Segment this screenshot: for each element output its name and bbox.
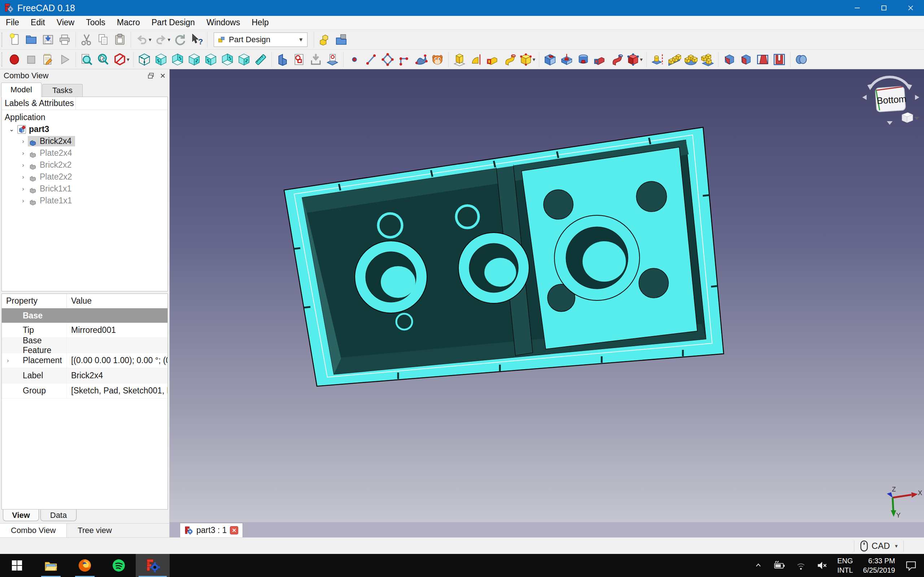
boolean-operation-button[interactable]: [793, 51, 809, 68]
collapse-chevron-icon[interactable]: ›: [18, 138, 28, 145]
nav-cube-face[interactable]: Bottom: [875, 86, 908, 112]
close-panel-icon[interactable]: [160, 73, 166, 79]
expand-chevron-icon[interactable]: ⌄: [7, 126, 16, 133]
pan-down-icon[interactable]: [887, 121, 893, 125]
tree-item-body[interactable]: › Brick2x4: [2, 135, 168, 147]
volume-muted-icon[interactable]: [816, 561, 827, 571]
view-left-button[interactable]: [236, 51, 252, 68]
subtractive-loft-button[interactable]: [608, 51, 625, 68]
pan-left-icon[interactable]: [862, 95, 867, 100]
macro-play-button[interactable]: [56, 51, 73, 68]
hole-button[interactable]: [558, 51, 575, 68]
value-column-header[interactable]: Value: [67, 294, 168, 308]
tree-item-body[interactable]: › Plate2x4: [2, 147, 168, 159]
property-row[interactable]: › Placement [(0.00 0.00 1.00); 0.00 °; (…: [2, 353, 168, 368]
nav-menu-caret-icon[interactable]: [914, 117, 919, 120]
tree-item-body[interactable]: › Brick2x2: [2, 159, 168, 171]
new-document-button[interactable]: [6, 31, 23, 48]
print-button[interactable]: [56, 31, 73, 48]
tree-root-application[interactable]: Application: [2, 111, 168, 123]
view-front-button[interactable]: [153, 51, 169, 68]
undo-dropdown-caret[interactable]: ▾: [149, 36, 152, 43]
menu-help[interactable]: Help: [246, 16, 274, 29]
start-button[interactable]: [0, 554, 34, 577]
action-center-icon[interactable]: [905, 560, 917, 571]
property-value[interactable]: Mirrored001: [67, 325, 168, 335]
thickness-button[interactable]: [771, 51, 788, 68]
maximize-button[interactable]: [871, 0, 897, 16]
pad-button[interactable]: [451, 51, 468, 68]
draw-style-button[interactable]: [111, 51, 128, 68]
fillet-button[interactable]: [721, 51, 738, 68]
navigation-style-selector[interactable]: CAD ▾: [860, 540, 898, 552]
groove-button[interactable]: [575, 51, 591, 68]
create-body-button[interactable]: [274, 51, 291, 68]
tab-tasks[interactable]: Tasks: [42, 84, 82, 97]
whats-this-button[interactable]: ?: [188, 31, 205, 48]
nav-cube-menu[interactable]: [902, 113, 919, 122]
draft-button[interactable]: [754, 51, 771, 68]
copy-button[interactable]: [95, 31, 111, 48]
save-button[interactable]: [40, 31, 56, 48]
cut-button[interactable]: [78, 31, 95, 48]
property-row[interactable]: Label Brick2x4: [2, 368, 168, 384]
redo-button[interactable]: [153, 31, 169, 48]
tree-item-body[interactable]: › Plate2x2: [2, 171, 168, 183]
property-value[interactable]: [Sketch, Pad, Sketch001, Pad...: [67, 386, 168, 396]
create-group-button[interactable]: [333, 31, 350, 48]
refresh-button[interactable]: [171, 31, 188, 48]
menu-macro[interactable]: Macro: [111, 16, 146, 29]
view-bottom-button[interactable]: [219, 51, 236, 68]
chamfer-button[interactable]: [738, 51, 754, 68]
property-row[interactable]: Base Feature: [2, 338, 168, 353]
navigation-cube[interactable]: Bottom: [859, 71, 922, 133]
property-value[interactable]: Brick2x4: [67, 371, 168, 380]
property-row[interactable]: Group [Sketch, Pad, Sketch001, Pad...: [2, 384, 168, 398]
clock[interactable]: 6:33 PM 6/25/2019: [863, 556, 895, 575]
collapse-chevron-icon[interactable]: ›: [18, 174, 28, 181]
workbench-selector[interactable]: Part Design ▼: [214, 32, 307, 47]
create-sketch-button[interactable]: [291, 51, 307, 68]
lego-brick-model[interactable]: [170, 69, 924, 522]
undo-button[interactable]: [134, 31, 150, 48]
additive-primitive-dropdown-caret[interactable]: ▾: [533, 56, 536, 63]
macro-edit-button[interactable]: [40, 51, 56, 68]
open-document-button[interactable]: [23, 31, 40, 48]
mirrored-button[interactable]: [649, 51, 666, 68]
draw-style-dropdown-caret[interactable]: ▾: [127, 56, 129, 63]
view-rear-button[interactable]: [202, 51, 219, 68]
property-column-header[interactable]: Property: [2, 294, 67, 308]
polar-pattern-button[interactable]: [683, 51, 699, 68]
fit-all-button[interactable]: [78, 51, 95, 68]
collapse-chevron-icon[interactable]: ›: [18, 150, 28, 157]
subtractive-pipe-button[interactable]: [591, 51, 608, 68]
sketcher-polygon-button[interactable]: [380, 51, 396, 68]
edit-sketch-button[interactable]: [307, 51, 324, 68]
menu-edit[interactable]: Edit: [25, 16, 51, 29]
rotate-arc[interactable]: [870, 77, 909, 88]
battery-charging-icon[interactable]: [773, 561, 785, 571]
sketcher-point-button[interactable]: [346, 51, 363, 68]
tab-data[interactable]: Data: [40, 509, 76, 521]
sketcher-line-button[interactable]: [363, 51, 380, 68]
map-sketch-to-face-button[interactable]: [324, 51, 341, 68]
toolbar-grip[interactable]: [2, 32, 4, 47]
tab-tree-view[interactable]: Tree view: [67, 524, 123, 537]
collapse-chevron-icon[interactable]: ›: [18, 185, 28, 193]
close-button[interactable]: [897, 0, 924, 16]
pocket-button[interactable]: [542, 51, 558, 68]
tab-model[interactable]: Model: [1, 82, 42, 97]
menu-view[interactable]: View: [51, 16, 80, 29]
sketcher-polyline-button[interactable]: [396, 51, 412, 68]
paste-button[interactable]: [111, 31, 128, 48]
multitransform-button[interactable]: [699, 51, 716, 68]
minimize-button[interactable]: [844, 0, 871, 16]
tree-item-body[interactable]: › Plate1x1: [2, 195, 168, 206]
view-isometric-button[interactable]: [136, 51, 153, 68]
close-document-icon[interactable]: ✕: [230, 526, 238, 534]
tree-item-body[interactable]: › Brick1x1: [2, 183, 168, 195]
menu-windows[interactable]: Windows: [201, 16, 246, 29]
wifi-icon[interactable]: [795, 561, 806, 571]
document-tab[interactable]: part3 : 1 ✕: [180, 523, 243, 537]
linear-pattern-button[interactable]: [666, 51, 683, 68]
